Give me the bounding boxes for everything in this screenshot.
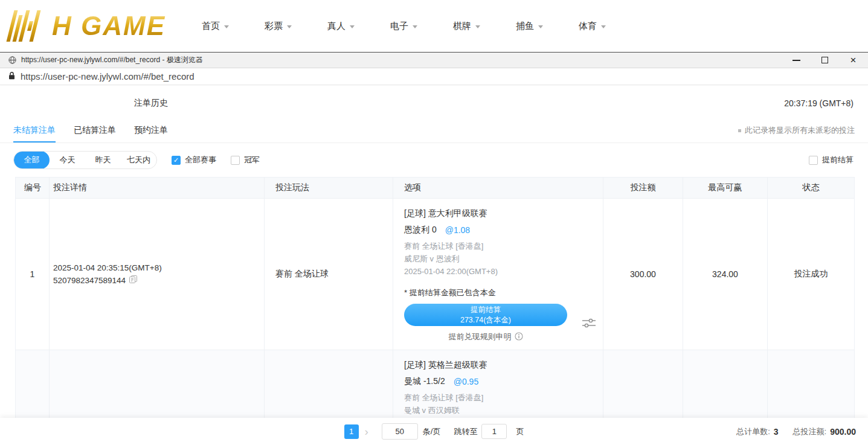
page-1-button[interactable]: 1: [344, 424, 359, 439]
lock-icon: [8, 71, 15, 82]
col-header-amount: 投注额: [603, 178, 683, 198]
nav-label: 体育: [579, 21, 597, 32]
bet-status: 投注成功: [768, 199, 854, 350]
close-button[interactable]: ×: [849, 56, 857, 64]
main-nav: 首页 彩票 真人 电子 棋牌 捕鱼 体育: [202, 21, 606, 32]
site-logo[interactable]: H GAME: [6, 9, 168, 43]
date-range-segment: 全部 今天 昨天 七天内: [13, 151, 157, 169]
nav-item-fishing[interactable]: 捕鱼: [516, 21, 543, 32]
total-count-label: 总计单数:: [736, 426, 770, 437]
globe-icon: [8, 56, 16, 64]
nav-label: 棋牌: [453, 21, 471, 32]
nav-item-cards[interactable]: 棋牌: [453, 21, 480, 32]
bet-amount: 300.00: [603, 199, 683, 350]
chevron-down-icon: [350, 25, 355, 28]
champion-label: 冠军: [244, 155, 260, 165]
copy-icon[interactable]: [129, 275, 137, 285]
bet-record-table: 编号 投注详情 投注玩法 选项 投注额 最高可赢 状态 1 2025-01-04…: [15, 177, 855, 445]
col-header-id: 编号: [16, 178, 50, 198]
window-title: https://user-pc-new.jylywl.com/#/bet_rec…: [21, 55, 203, 65]
nav-item-sports[interactable]: 体育: [579, 21, 606, 32]
cashout-button[interactable]: 提前结算 273.74(含本金): [404, 304, 567, 326]
address-bar[interactable]: https://user-pc-new.jylywl.com/#/bet_rec…: [0, 68, 868, 85]
nav-item-slots[interactable]: 电子: [390, 21, 417, 32]
record-note: 此记录将显示所有未派彩的投注: [738, 125, 855, 142]
early-settlement-checkbox[interactable]: 提前结算: [809, 155, 854, 165]
pick-name: 恩波利 0: [404, 225, 437, 235]
total-count: 3: [774, 427, 779, 437]
chevron-down-icon: [601, 25, 606, 28]
all-events-checkbox[interactable]: ✓ 全部赛事: [172, 155, 216, 165]
tab-unsettled[interactable]: 未结算注单: [13, 125, 56, 142]
jump-unit: 页: [516, 426, 524, 437]
pagination: 1 › 条/页 跳转至 页: [344, 423, 524, 440]
all-events-label: 全部赛事: [185, 155, 216, 165]
market-type: 赛前 全场让球 [香港盘]: [404, 240, 592, 252]
bet-detail-cell: 2025-01-04 20:35:15(GMT+8) 5207982347589…: [50, 199, 265, 350]
col-header-option: 选项: [393, 178, 603, 198]
filter-bar: 全部 今天 昨天 七天内 ✓ 全部赛事 冠军 提前结算: [0, 143, 868, 176]
early-settlement-label: 提前结算: [822, 155, 854, 165]
league-name: [足球] 英格兰超级联赛: [404, 360, 592, 371]
cashout-title: 提前结算: [471, 305, 501, 315]
col-header-maxwin: 最高可赢: [683, 178, 768, 198]
market-type: 赛前 全场让球 [香港盘]: [404, 391, 592, 404]
col-header-play: 投注玩法: [265, 178, 393, 198]
col-header-status: 状态: [768, 178, 854, 198]
totals-summary: 总计单数: 3 总投注额: 900.00: [736, 426, 856, 437]
tab-settled[interactable]: 已结算注单: [74, 125, 116, 142]
match-time: 2025-01-04 22:00(GMT+8): [404, 265, 592, 278]
info-icon: [515, 332, 523, 342]
nav-item-live[interactable]: 真人: [327, 21, 355, 32]
cashout-rule-link[interactable]: 提前兑现规则申明: [449, 331, 523, 342]
address-url: https://user-pc-new.jylywl.com/#/bet_rec…: [21, 71, 194, 82]
nav-label: 真人: [327, 21, 346, 32]
maximize-button[interactable]: [821, 56, 829, 64]
bet-number: 5207982347589144: [53, 276, 126, 285]
browser-titlebar: https://user-pc-new.jylywl.com/#/bet_rec…: [0, 52, 868, 68]
match-teams: 曼城 v 西汉姆联: [404, 404, 592, 417]
checkbox-checked-icon: ✓: [172, 156, 181, 165]
date-option-all[interactable]: 全部: [14, 151, 50, 169]
max-win: 324.00: [683, 199, 768, 350]
nav-label: 捕鱼: [516, 21, 534, 32]
table-header-row: 编号 投注详情 投注玩法 选项 投注额 最高可赢 状态: [16, 178, 854, 198]
league-name: [足球] 意大利甲级联赛: [404, 208, 592, 219]
cashout-note: * 提前结算金额已包含本金: [404, 287, 592, 298]
chevron-down-icon: [475, 25, 480, 28]
jump-page-input[interactable]: [481, 424, 507, 439]
match-teams: 威尼斯 v 恩波利: [404, 252, 592, 265]
chevron-down-icon: [287, 25, 292, 28]
record-tabs: 未结算注单 已结算注单 预约注单 此记录将显示所有未派彩的投注: [0, 121, 868, 143]
site-header: H GAME 首页 彩票 真人 电子 棋牌 捕鱼 体育: [0, 0, 868, 52]
page-size-input[interactable]: [382, 423, 418, 440]
logo-stripes-icon: [6, 9, 48, 43]
chevron-down-icon: [224, 25, 229, 28]
page-title: 注单历史: [134, 98, 168, 109]
page-size-unit: 条/页: [423, 426, 441, 437]
current-time: 20:37:19 (GMT+8): [784, 98, 854, 108]
date-option-7days[interactable]: 七天内: [121, 151, 156, 169]
cashout-settings-icon[interactable]: [582, 318, 596, 328]
bet-option-cell: [足球] 意大利甲级联赛 恩波利 0 @1.08 赛前 全场让球 [香港盘] 威…: [393, 199, 603, 350]
champion-checkbox[interactable]: 冠军: [231, 155, 260, 165]
window-controls: ×: [792, 56, 860, 64]
chevron-down-icon: [413, 25, 417, 28]
tab-reserved[interactable]: 预约注单: [134, 125, 168, 142]
col-header-detail: 投注详情: [50, 178, 265, 198]
pick-name: 曼城 -1.5/2: [404, 376, 445, 387]
chevron-down-icon: [538, 25, 543, 28]
nav-item-lottery[interactable]: 彩票: [265, 21, 292, 32]
nav-item-home[interactable]: 首页: [202, 21, 229, 32]
table-row: 1 2025-01-04 20:35:15(GMT+8) 52079823475…: [16, 198, 854, 350]
date-option-yesterday[interactable]: 昨天: [85, 151, 121, 169]
bet-play: 赛前 全场让球: [265, 199, 393, 350]
total-amount: 900.00: [830, 427, 856, 437]
cashout-amount: 273.74(含本金): [460, 315, 511, 325]
bet-id: 1: [16, 199, 50, 350]
minimize-button[interactable]: [792, 56, 800, 64]
next-page-icon[interactable]: ›: [365, 426, 368, 437]
date-option-today[interactable]: 今天: [50, 151, 85, 169]
footer-bar: 1 › 条/页 跳转至 页 总计单数: 3 总投注额: 900.00: [0, 418, 868, 445]
note-dot-icon: [738, 129, 741, 132]
